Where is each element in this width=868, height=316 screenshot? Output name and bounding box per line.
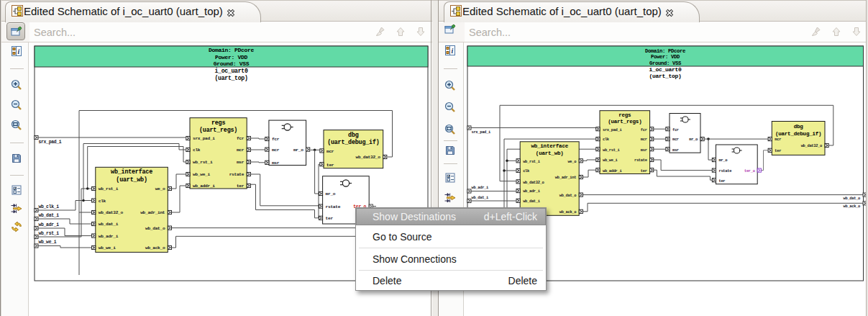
svg-text:we_o: we_o xyxy=(567,160,576,164)
svg-text:wb_rst_i: wb_rst_i xyxy=(39,231,60,236)
svg-text:wb_addr_i: wb_addr_i xyxy=(603,169,622,173)
svg-text:dbg: dbg xyxy=(348,132,359,139)
svg-text:wb_we_i: wb_we_i xyxy=(39,240,57,245)
svg-text:mr_o: mr_o xyxy=(326,191,336,197)
svg-text:Domain: PDcore: Domain: PDcore xyxy=(209,47,255,53)
svg-text:mcr: mcr xyxy=(326,149,334,154)
svg-text:ter: ter xyxy=(775,149,781,153)
svg-text:wb_dat_i: wb_dat_i xyxy=(472,196,490,200)
svg-text:clk: clk xyxy=(193,148,201,153)
svg-text:ter: ter xyxy=(326,163,334,168)
svg-text:(uart_regs): (uart_regs) xyxy=(199,127,237,134)
svg-text:msr: msr xyxy=(237,160,245,165)
svg-text:rstate: rstate xyxy=(719,169,732,173)
svg-text:ter: ter xyxy=(641,169,647,173)
svg-text:wb_dat_o: wb_dat_o xyxy=(844,197,861,201)
svg-text:clk: clk xyxy=(99,199,106,204)
svg-text:wb_rst_i: wb_rst_i xyxy=(523,160,541,164)
svg-text:Ground: VSS: Ground: VSS xyxy=(649,60,682,66)
svg-text:ter: ter xyxy=(237,184,245,189)
svg-text:srx_pad_i: srx_pad_i xyxy=(39,140,62,145)
svg-text:we_o: we_o xyxy=(155,186,165,191)
svg-text:srx_pad_i: srx_pad_i xyxy=(193,136,215,141)
svg-text:Power: VDD: Power: VDD xyxy=(215,54,248,60)
svg-text:srx_pad_i: srx_pad_i xyxy=(472,130,491,135)
svg-text:wb_dat32_o: wb_dat32_o xyxy=(99,210,124,215)
svg-text:ter_o: ter_o xyxy=(744,169,755,173)
svg-text:clk: clk xyxy=(603,137,610,142)
svg-text:mcr: mcr xyxy=(237,148,245,153)
svg-text:fcr: fcr xyxy=(641,128,647,132)
svg-text:regs: regs xyxy=(211,119,225,127)
svg-text:(uart_debug_if): (uart_debug_if) xyxy=(775,131,822,137)
svg-text:msr: msr xyxy=(672,148,679,153)
svg-text:mr_o: mr_o xyxy=(689,137,698,142)
svg-text:wb_ack_o: wb_ack_o xyxy=(844,204,861,209)
svg-text:mr_o: mr_o xyxy=(719,158,728,163)
svg-text:wb_we_i: wb_we_i xyxy=(99,245,116,250)
svg-text:wb_adr_int: wb_adr_int xyxy=(555,176,576,180)
svg-text:wb_clk_i: wb_clk_i xyxy=(39,204,60,209)
svg-text:rstate: rstate xyxy=(326,204,341,209)
svg-text:wb_adr_i: wb_adr_i xyxy=(472,186,490,190)
svg-text:wb_dat_i: wb_dat_i xyxy=(99,222,119,227)
svg-text:msr: msr xyxy=(272,161,280,166)
svg-text:wb_rst_i: wb_rst_i xyxy=(193,160,213,165)
svg-text:Domain: PDcore: Domain: PDcore xyxy=(645,48,685,54)
svg-text:ter: ter xyxy=(326,216,334,221)
svg-text:mcr: mcr xyxy=(672,137,679,142)
svg-text:wb_addr_i: wb_addr_i xyxy=(193,184,215,189)
svg-text:mcr: mcr xyxy=(272,148,280,153)
svg-text:wb_dat_i: wb_dat_i xyxy=(523,199,541,204)
svg-text:dbg: dbg xyxy=(794,124,804,130)
svg-text:(uart_debug_if): (uart_debug_if) xyxy=(327,139,379,146)
svg-text:wb_dat32_o: wb_dat32_o xyxy=(801,144,822,148)
svg-text:(uart_regs): (uart_regs) xyxy=(608,119,641,125)
svg-text:fcr: fcr xyxy=(237,136,245,141)
svg-text:srx_pad_i: srx_pad_i xyxy=(603,128,622,132)
svg-text:wb_dat32_o: wb_dat32_o xyxy=(356,155,381,160)
svg-text:Power: VDD: Power: VDD xyxy=(651,54,680,60)
svg-text:wb_we_i: wb_we_i xyxy=(603,158,618,163)
svg-text:ter: ter xyxy=(719,179,726,184)
svg-text:wb_rst_i: wb_rst_i xyxy=(99,186,119,191)
svg-text:fcr: fcr xyxy=(672,128,679,132)
svg-text:(uart_top): (uart_top) xyxy=(649,73,681,79)
svg-text:wb_adr_i: wb_adr_i xyxy=(39,222,60,227)
svg-text:wb_ack_o: wb_ack_o xyxy=(559,210,577,215)
svg-text:wb_dat32_o: wb_dat32_o xyxy=(523,181,544,185)
svg-text:rstate: rstate xyxy=(634,158,647,163)
svg-text:wb_ack_o: wb_ack_o xyxy=(145,245,165,250)
svg-text:wb_we_i: wb_we_i xyxy=(193,172,210,177)
svg-text:wb_adr_i: wb_adr_i xyxy=(99,234,119,239)
svg-text:msr: msr xyxy=(641,148,647,153)
svg-text:wb_adr_i: wb_adr_i xyxy=(523,189,541,194)
svg-text:clk: clk xyxy=(523,169,530,173)
svg-text:wb_dat_o: wb_dat_o xyxy=(559,194,577,198)
svg-text:(uart_wb): (uart_wb) xyxy=(116,176,147,184)
svg-text:mcr: mcr xyxy=(641,137,647,142)
svg-text:Ground: VSS: Ground: VSS xyxy=(214,60,250,67)
svg-text:i_oc_uart0: i_oc_uart0 xyxy=(649,66,682,73)
svg-text:wb_adr_int: wb_adr_int xyxy=(140,210,165,215)
svg-text:fcr: fcr xyxy=(272,137,280,142)
svg-text:regs: regs xyxy=(618,112,631,118)
svg-text:wb_interface: wb_interface xyxy=(531,143,568,149)
svg-text:wb_rst_i: wb_rst_i xyxy=(603,148,621,153)
svg-text:rstate: rstate xyxy=(229,172,245,177)
svg-text:mcr: mcr xyxy=(775,137,781,142)
svg-text:wb_interface: wb_interface xyxy=(111,168,152,176)
svg-text:mr_o: mr_o xyxy=(293,148,303,153)
svg-text:(uart_wb): (uart_wb) xyxy=(536,150,564,156)
svg-text:wb_dat_o: wb_dat_o xyxy=(145,226,165,231)
svg-text:i_oc_uart0: i_oc_uart0 xyxy=(214,68,248,74)
svg-text:(uart_top): (uart_top) xyxy=(214,75,247,81)
svg-text:wb_dat_i: wb_dat_i xyxy=(39,213,60,218)
